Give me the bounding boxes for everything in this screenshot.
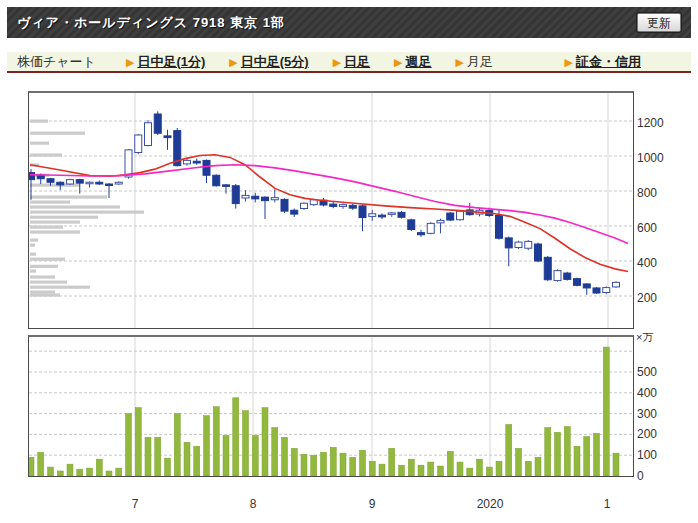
nav-item-label: 月足: [467, 54, 493, 69]
volume-bar: [135, 408, 141, 476]
volume-bar: [57, 471, 63, 476]
candle-up: [135, 135, 142, 153]
volume-bar: [369, 461, 375, 476]
nav-arrow-icon: ▶: [394, 56, 402, 68]
candle-down: [574, 279, 581, 286]
volume-bar: [252, 435, 258, 476]
volume-at-price-bar: [30, 269, 36, 272]
volume-bar: [291, 448, 297, 476]
volume-axis-label: 0: [637, 469, 644, 483]
volume-at-price-bar: [30, 201, 70, 204]
nav-arrow-icon: ▶: [229, 56, 237, 68]
nav-arrow-icon: ▶: [456, 56, 464, 68]
volume-bar: [564, 426, 570, 476]
candle-down: [164, 136, 171, 138]
volume-bar: [379, 464, 385, 476]
volume-bar: [301, 454, 307, 476]
price-axis-label: 1000: [637, 151, 664, 165]
x-axis-label: 2020: [477, 497, 504, 511]
nav-item-label: 日中足(5分): [241, 54, 309, 69]
nav-item-4[interactable]: ▶週足: [394, 53, 431, 71]
volume-axis-label: 300: [637, 407, 657, 421]
candle-down: [583, 284, 590, 288]
candle-down: [203, 160, 210, 175]
nav-item-6[interactable]: ▶証金・信用: [565, 53, 641, 71]
candle-down: [154, 114, 161, 133]
candle-up: [427, 223, 434, 233]
volume-at-price-bar: [30, 244, 35, 247]
refresh-button[interactable]: 更新: [637, 13, 681, 32]
nav-arrow-icon: ▶: [333, 56, 341, 68]
price-chart: [29, 93, 633, 328]
volume-bar: [311, 455, 317, 476]
candle-down: [232, 186, 239, 204]
candle-down: [47, 179, 54, 183]
volume-bar: [38, 452, 44, 476]
volume-bar: [106, 471, 112, 476]
candle-down: [359, 206, 366, 218]
candle-down: [379, 215, 386, 217]
volume-at-price-bar: [30, 239, 38, 242]
candle-up: [145, 123, 152, 146]
volume-bar: [165, 458, 171, 476]
volume-bar: [525, 461, 531, 476]
volume-bar: [272, 428, 278, 476]
candle-down: [593, 288, 600, 293]
candle-down: [544, 257, 551, 279]
volume-at-price-bar: [30, 265, 58, 268]
volume-at-price-bar: [30, 142, 49, 145]
volume-bar: [389, 448, 395, 476]
nav-arrow-icon: ▶: [126, 56, 134, 68]
candle-down: [418, 233, 425, 235]
candle-down: [37, 175, 44, 179]
volume-bar: [204, 416, 210, 476]
volume-bar: [496, 461, 502, 476]
candle-up: [67, 180, 74, 184]
volume-at-price-bar: [30, 195, 107, 198]
candle-down: [564, 273, 571, 279]
candle-down: [535, 244, 542, 261]
nav-item-1[interactable]: ▶日中足(1分): [126, 53, 205, 71]
candle-up: [515, 242, 522, 247]
nav-item-2[interactable]: ▶日中足(5分): [229, 53, 308, 71]
volume-bar: [145, 437, 151, 476]
volume-bar: [447, 451, 453, 476]
volume-axis-label: 200: [637, 427, 657, 441]
candle-down: [29, 173, 35, 180]
volume-bar: [340, 453, 346, 476]
candle-up: [457, 211, 464, 220]
volume-bar: [535, 457, 541, 476]
volume-bar: [213, 407, 219, 476]
x-axis-label: 9: [369, 497, 376, 511]
volume-axis-label: 400: [637, 386, 657, 400]
nav-arrow-icon: ▶: [565, 56, 573, 68]
volume-bar: [399, 465, 405, 476]
candle-up: [613, 282, 620, 287]
volume-at-price-bar: [30, 293, 60, 296]
nav-item-3[interactable]: ▶日足: [333, 53, 370, 71]
volume-at-price-bar: [30, 153, 62, 156]
candle-up: [86, 182, 93, 184]
volume-at-price-bar: [30, 226, 63, 229]
price-axis-label: 800: [637, 186, 657, 200]
volume-bar: [574, 446, 580, 476]
volume-bar: [360, 450, 366, 476]
candle-down: [281, 199, 288, 211]
candle-up: [340, 205, 347, 207]
candle-down: [330, 204, 337, 206]
volume-bar: [584, 436, 590, 476]
candle-up: [184, 160, 191, 164]
volume-bar: [233, 398, 239, 476]
volume-at-price-bar: [30, 205, 120, 208]
nav-item-label: 証金・信用: [576, 54, 641, 69]
candle-down: [291, 210, 298, 214]
volume-bar: [116, 468, 122, 476]
volume-at-price-bar: [30, 275, 55, 278]
volume-bar: [428, 462, 434, 476]
volume-bar: [506, 424, 512, 476]
candle-down: [76, 180, 83, 184]
volume-bar: [174, 414, 180, 476]
volume-bar: [467, 468, 473, 476]
volume-bar: [243, 411, 249, 476]
stock-title: ヴィア・ホールディングス 7918 東京 1部: [17, 14, 285, 32]
